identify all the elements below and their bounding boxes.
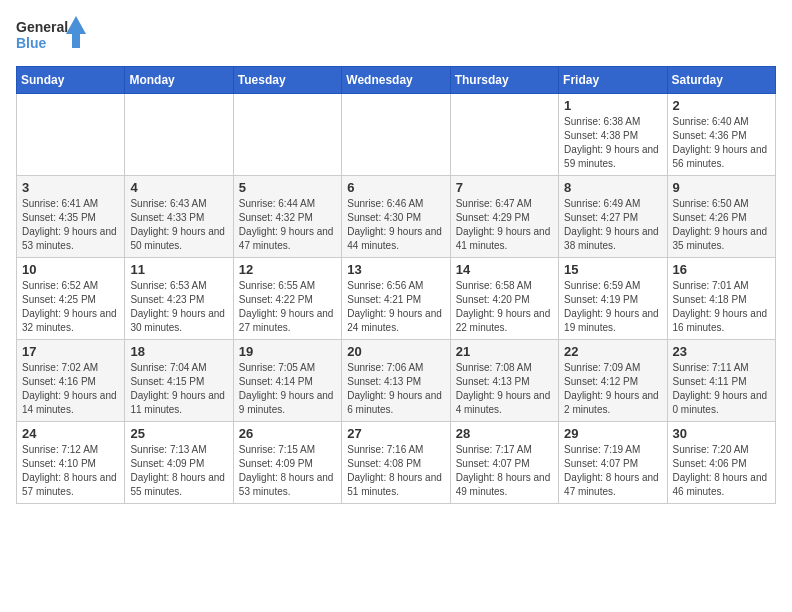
day-number: 15 <box>564 262 661 277</box>
day-cell: 22Sunrise: 7:09 AM Sunset: 4:12 PM Dayli… <box>559 340 667 422</box>
page-header: General Blue <box>16 16 776 56</box>
day-number: 16 <box>673 262 770 277</box>
day-info: Sunrise: 7:08 AM Sunset: 4:13 PM Dayligh… <box>456 361 553 417</box>
day-cell: 5Sunrise: 6:44 AM Sunset: 4:32 PM Daylig… <box>233 176 341 258</box>
day-cell: 25Sunrise: 7:13 AM Sunset: 4:09 PM Dayli… <box>125 422 233 504</box>
day-info: Sunrise: 6:38 AM Sunset: 4:38 PM Dayligh… <box>564 115 661 171</box>
week-row-5: 24Sunrise: 7:12 AM Sunset: 4:10 PM Dayli… <box>17 422 776 504</box>
col-header-saturday: Saturday <box>667 67 775 94</box>
day-info: Sunrise: 7:01 AM Sunset: 4:18 PM Dayligh… <box>673 279 770 335</box>
week-row-3: 10Sunrise: 6:52 AM Sunset: 4:25 PM Dayli… <box>17 258 776 340</box>
col-header-friday: Friday <box>559 67 667 94</box>
day-cell <box>17 94 125 176</box>
day-info: Sunrise: 6:49 AM Sunset: 4:27 PM Dayligh… <box>564 197 661 253</box>
day-cell: 9Sunrise: 6:50 AM Sunset: 4:26 PM Daylig… <box>667 176 775 258</box>
day-cell: 27Sunrise: 7:16 AM Sunset: 4:08 PM Dayli… <box>342 422 450 504</box>
day-number: 28 <box>456 426 553 441</box>
day-number: 25 <box>130 426 227 441</box>
day-cell: 4Sunrise: 6:43 AM Sunset: 4:33 PM Daylig… <box>125 176 233 258</box>
day-cell: 14Sunrise: 6:58 AM Sunset: 4:20 PM Dayli… <box>450 258 558 340</box>
day-number: 8 <box>564 180 661 195</box>
day-cell: 30Sunrise: 7:20 AM Sunset: 4:06 PM Dayli… <box>667 422 775 504</box>
day-cell: 15Sunrise: 6:59 AM Sunset: 4:19 PM Dayli… <box>559 258 667 340</box>
day-info: Sunrise: 7:04 AM Sunset: 4:15 PM Dayligh… <box>130 361 227 417</box>
day-cell: 21Sunrise: 7:08 AM Sunset: 4:13 PM Dayli… <box>450 340 558 422</box>
day-info: Sunrise: 6:56 AM Sunset: 4:21 PM Dayligh… <box>347 279 444 335</box>
day-cell: 26Sunrise: 7:15 AM Sunset: 4:09 PM Dayli… <box>233 422 341 504</box>
day-info: Sunrise: 7:09 AM Sunset: 4:12 PM Dayligh… <box>564 361 661 417</box>
day-info: Sunrise: 6:50 AM Sunset: 4:26 PM Dayligh… <box>673 197 770 253</box>
col-header-wednesday: Wednesday <box>342 67 450 94</box>
day-info: Sunrise: 7:20 AM Sunset: 4:06 PM Dayligh… <box>673 443 770 499</box>
day-cell: 20Sunrise: 7:06 AM Sunset: 4:13 PM Dayli… <box>342 340 450 422</box>
day-number: 14 <box>456 262 553 277</box>
day-cell <box>125 94 233 176</box>
svg-text:Blue: Blue <box>16 35 47 51</box>
day-cell <box>450 94 558 176</box>
day-number: 9 <box>673 180 770 195</box>
day-number: 11 <box>130 262 227 277</box>
day-cell: 2Sunrise: 6:40 AM Sunset: 4:36 PM Daylig… <box>667 94 775 176</box>
day-number: 13 <box>347 262 444 277</box>
day-info: Sunrise: 6:40 AM Sunset: 4:36 PM Dayligh… <box>673 115 770 171</box>
day-cell: 3Sunrise: 6:41 AM Sunset: 4:35 PM Daylig… <box>17 176 125 258</box>
day-number: 7 <box>456 180 553 195</box>
week-row-4: 17Sunrise: 7:02 AM Sunset: 4:16 PM Dayli… <box>17 340 776 422</box>
day-number: 17 <box>22 344 119 359</box>
day-number: 18 <box>130 344 227 359</box>
day-info: Sunrise: 6:52 AM Sunset: 4:25 PM Dayligh… <box>22 279 119 335</box>
day-info: Sunrise: 6:44 AM Sunset: 4:32 PM Dayligh… <box>239 197 336 253</box>
day-number: 22 <box>564 344 661 359</box>
day-number: 3 <box>22 180 119 195</box>
day-number: 21 <box>456 344 553 359</box>
day-cell: 18Sunrise: 7:04 AM Sunset: 4:15 PM Dayli… <box>125 340 233 422</box>
day-cell: 12Sunrise: 6:55 AM Sunset: 4:22 PM Dayli… <box>233 258 341 340</box>
day-cell: 11Sunrise: 6:53 AM Sunset: 4:23 PM Dayli… <box>125 258 233 340</box>
day-number: 19 <box>239 344 336 359</box>
day-info: Sunrise: 6:41 AM Sunset: 4:35 PM Dayligh… <box>22 197 119 253</box>
day-cell: 17Sunrise: 7:02 AM Sunset: 4:16 PM Dayli… <box>17 340 125 422</box>
day-cell: 6Sunrise: 6:46 AM Sunset: 4:30 PM Daylig… <box>342 176 450 258</box>
day-number: 12 <box>239 262 336 277</box>
day-number: 24 <box>22 426 119 441</box>
day-cell: 10Sunrise: 6:52 AM Sunset: 4:25 PM Dayli… <box>17 258 125 340</box>
day-info: Sunrise: 6:47 AM Sunset: 4:29 PM Dayligh… <box>456 197 553 253</box>
day-number: 10 <box>22 262 119 277</box>
day-cell <box>233 94 341 176</box>
day-cell: 19Sunrise: 7:05 AM Sunset: 4:14 PM Dayli… <box>233 340 341 422</box>
logo-svg: General Blue <box>16 16 86 56</box>
day-info: Sunrise: 6:55 AM Sunset: 4:22 PM Dayligh… <box>239 279 336 335</box>
day-number: 27 <box>347 426 444 441</box>
day-info: Sunrise: 7:17 AM Sunset: 4:07 PM Dayligh… <box>456 443 553 499</box>
day-cell: 23Sunrise: 7:11 AM Sunset: 4:11 PM Dayli… <box>667 340 775 422</box>
day-cell: 24Sunrise: 7:12 AM Sunset: 4:10 PM Dayli… <box>17 422 125 504</box>
day-cell: 29Sunrise: 7:19 AM Sunset: 4:07 PM Dayli… <box>559 422 667 504</box>
day-info: Sunrise: 7:12 AM Sunset: 4:10 PM Dayligh… <box>22 443 119 499</box>
day-number: 29 <box>564 426 661 441</box>
day-info: Sunrise: 6:46 AM Sunset: 4:30 PM Dayligh… <box>347 197 444 253</box>
day-cell: 16Sunrise: 7:01 AM Sunset: 4:18 PM Dayli… <box>667 258 775 340</box>
day-info: Sunrise: 7:19 AM Sunset: 4:07 PM Dayligh… <box>564 443 661 499</box>
day-info: Sunrise: 7:16 AM Sunset: 4:08 PM Dayligh… <box>347 443 444 499</box>
day-number: 5 <box>239 180 336 195</box>
week-row-1: 1Sunrise: 6:38 AM Sunset: 4:38 PM Daylig… <box>17 94 776 176</box>
day-cell: 1Sunrise: 6:38 AM Sunset: 4:38 PM Daylig… <box>559 94 667 176</box>
day-number: 2 <box>673 98 770 113</box>
col-header-thursday: Thursday <box>450 67 558 94</box>
day-info: Sunrise: 6:53 AM Sunset: 4:23 PM Dayligh… <box>130 279 227 335</box>
day-info: Sunrise: 7:05 AM Sunset: 4:14 PM Dayligh… <box>239 361 336 417</box>
day-info: Sunrise: 6:43 AM Sunset: 4:33 PM Dayligh… <box>130 197 227 253</box>
day-number: 26 <box>239 426 336 441</box>
day-number: 23 <box>673 344 770 359</box>
day-number: 6 <box>347 180 444 195</box>
day-cell: 7Sunrise: 6:47 AM Sunset: 4:29 PM Daylig… <box>450 176 558 258</box>
day-info: Sunrise: 7:15 AM Sunset: 4:09 PM Dayligh… <box>239 443 336 499</box>
day-info: Sunrise: 6:58 AM Sunset: 4:20 PM Dayligh… <box>456 279 553 335</box>
day-info: Sunrise: 7:06 AM Sunset: 4:13 PM Dayligh… <box>347 361 444 417</box>
day-number: 1 <box>564 98 661 113</box>
day-cell <box>342 94 450 176</box>
calendar-table: SundayMondayTuesdayWednesdayThursdayFrid… <box>16 66 776 504</box>
day-cell: 28Sunrise: 7:17 AM Sunset: 4:07 PM Dayli… <box>450 422 558 504</box>
svg-text:General: General <box>16 19 68 35</box>
header-row: SundayMondayTuesdayWednesdayThursdayFrid… <box>17 67 776 94</box>
